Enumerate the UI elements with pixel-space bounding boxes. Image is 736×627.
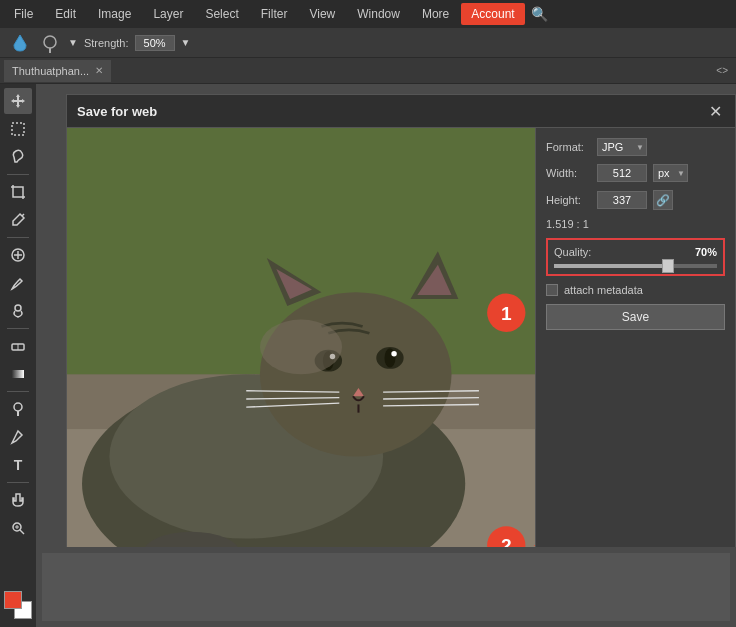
tools-panel: T <box>0 84 36 627</box>
width-unit-wrap: px % <box>653 164 688 182</box>
svg-line-14 <box>20 530 24 534</box>
menu-file[interactable]: File <box>4 3 43 25</box>
menu-more[interactable]: More <box>412 3 459 25</box>
toolbar: ▼ Strength: ▼ <box>0 28 736 58</box>
aspect-lock-icon[interactable]: 🔗 <box>653 190 673 210</box>
tool-hand[interactable] <box>4 487 32 513</box>
svg-point-32 <box>391 351 396 356</box>
quality-header: Quality: 70% <box>554 246 717 258</box>
tool-crop[interactable] <box>4 179 32 205</box>
strength-input[interactable] <box>135 35 175 51</box>
quality-value: 70% <box>695 246 717 258</box>
format-row: Format: JPG PNG GIF WebP <box>546 138 725 156</box>
menu-layer[interactable]: Layer <box>143 3 193 25</box>
tool-gradient[interactable] <box>4 361 32 387</box>
quality-slider-track[interactable] <box>554 264 717 268</box>
height-input[interactable] <box>597 191 647 209</box>
menu-account[interactable]: Account <box>461 3 524 25</box>
width-unit-select[interactable]: px % <box>653 164 688 182</box>
aspect-ratio: 1.519 : 1 <box>546 218 589 230</box>
preview-canvas: 1 2 <box>67 128 535 607</box>
tool-clone[interactable] <box>4 298 32 324</box>
tool-separator-5 <box>7 482 29 483</box>
save-button[interactable]: Save <box>546 304 725 330</box>
svg-point-0 <box>44 36 56 48</box>
tool-separator-4 <box>7 391 29 392</box>
width-label: Width: <box>546 167 591 179</box>
tool-zoom[interactable] <box>4 515 32 541</box>
tool-dodge[interactable] <box>4 396 32 422</box>
quality-slider-fill <box>554 264 668 268</box>
tool-select-rect[interactable] <box>4 116 32 142</box>
width-row: Width: px % <box>546 164 725 182</box>
format-label: Format: <box>546 141 591 153</box>
svg-point-11 <box>14 403 22 411</box>
menu-edit[interactable]: Edit <box>45 3 86 25</box>
dialog-title: Save for web <box>77 104 157 119</box>
color-swatches[interactable] <box>4 591 32 619</box>
canvas-stripe <box>42 553 730 621</box>
search-icon[interactable]: 🔍 <box>531 6 548 22</box>
canvas-area: Save for web ✕ <box>36 84 736 627</box>
tool-select-lasso[interactable] <box>4 144 32 170</box>
svg-point-7 <box>15 305 21 311</box>
height-row: Height: 🔗 <box>546 190 725 210</box>
tab-label: Thuthuatphan... <box>12 65 89 77</box>
svg-point-22 <box>260 292 452 456</box>
format-select[interactable]: JPG PNG GIF WebP <box>597 138 647 156</box>
menu-filter[interactable]: Filter <box>251 3 298 25</box>
background-canvas-strip <box>36 547 736 627</box>
quality-label: Quality: <box>554 246 591 258</box>
strength-dropdown[interactable]: ▼ <box>181 37 191 48</box>
dialog-titlebar: Save for web ✕ <box>67 95 735 128</box>
foreground-color-swatch[interactable] <box>4 591 22 609</box>
svg-rect-2 <box>12 123 24 135</box>
dialog-close-button[interactable]: ✕ <box>705 101 725 121</box>
tool-text[interactable]: T <box>4 452 32 478</box>
tool-heal[interactable] <box>4 242 32 268</box>
svg-text:1: 1 <box>501 303 512 324</box>
tool-pen[interactable] <box>4 424 32 450</box>
tool-separator-2 <box>7 237 29 238</box>
tab-nav-arrows[interactable]: <> <box>712 63 732 78</box>
attach-metadata-checkbox[interactable] <box>546 284 558 296</box>
format-select-wrap: JPG PNG GIF WebP <box>597 138 647 156</box>
svg-rect-10 <box>12 370 24 378</box>
main-area: T Save for web ✕ <box>0 84 736 627</box>
quality-section: Quality: 70% <box>546 238 725 276</box>
svg-line-3 <box>22 214 24 216</box>
menu-window[interactable]: Window <box>347 3 410 25</box>
tool-separator-3 <box>7 328 29 329</box>
menu-select[interactable]: Select <box>195 3 248 25</box>
tab-close-button[interactable]: ✕ <box>95 65 103 76</box>
tool-eraser[interactable] <box>4 333 32 359</box>
tool-brush-paint[interactable] <box>4 270 32 296</box>
tool-water-drop <box>8 31 32 55</box>
strength-label: Strength: <box>84 37 129 49</box>
svg-point-41 <box>260 320 342 375</box>
tool-move[interactable] <box>4 88 32 114</box>
height-label: Height: <box>546 194 591 206</box>
menu-image[interactable]: Image <box>88 3 141 25</box>
menu-view[interactable]: View <box>299 3 345 25</box>
tool-brush <box>38 31 62 55</box>
quality-slider-thumb[interactable] <box>662 259 674 273</box>
metadata-row: attach metadata <box>546 284 725 296</box>
tool-eyedropper[interactable] <box>4 207 32 233</box>
tab-bar: Thuthuatphan... ✕ <> <box>0 58 736 84</box>
attach-metadata-label: attach metadata <box>564 284 643 296</box>
menu-bar: File Edit Image Layer Select Filter View… <box>0 0 736 28</box>
tab-document[interactable]: Thuthuatphan... ✕ <box>4 60 111 82</box>
ratio-row: 1.519 : 1 <box>546 218 725 230</box>
brush-dropdown[interactable]: ▼ <box>68 37 78 48</box>
width-input[interactable] <box>597 164 647 182</box>
tool-separator-1 <box>7 174 29 175</box>
